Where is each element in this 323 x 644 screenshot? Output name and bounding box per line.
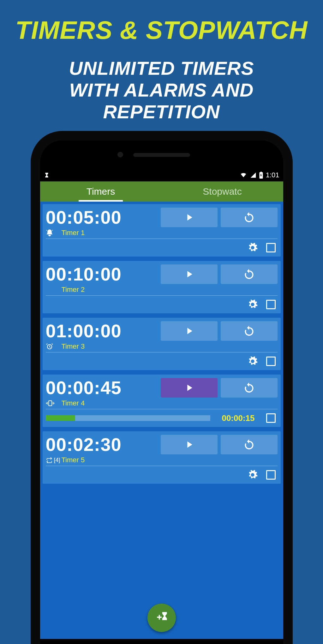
- timer-name[interactable]: Timer 3: [62, 342, 85, 351]
- timer-duration[interactable]: 00:00:45: [46, 377, 158, 398]
- tab-bar: Timers Stopwatc: [40, 181, 283, 202]
- timer-card: 01:00:00Timer 3: [43, 318, 281, 370]
- play-button[interactable]: [161, 435, 218, 454]
- settings-button[interactable]: [247, 470, 258, 480]
- play-icon: [184, 382, 194, 393]
- history-icon: [243, 268, 255, 281]
- reset-button[interactable]: [221, 378, 278, 398]
- add-timer-button[interactable]: [147, 604, 176, 632]
- timer-name[interactable]: Timer 2: [62, 286, 85, 294]
- wifi-icon: [239, 172, 248, 178]
- settings-button[interactable]: [247, 242, 258, 253]
- battery-icon: [259, 172, 263, 179]
- repeat-icon: [46, 457, 53, 463]
- timer-card: 00:02:30[4]Timer 5: [43, 431, 281, 484]
- history-icon: [243, 438, 255, 451]
- phone-frame: 1:01 Timers Stopwatc 00:05:00Timer 100:1…: [31, 131, 293, 644]
- hourglass-icon: [44, 172, 50, 178]
- promo-title: TIMERS & STOPWATCH: [0, 0, 323, 45]
- alarm-clock-icon: [46, 343, 53, 350]
- settings-button[interactable]: [247, 299, 258, 310]
- play-button[interactable]: [161, 208, 218, 227]
- timer-card: 00:10:00Timer 2: [43, 261, 281, 313]
- elapsed-time: 00:00:15: [222, 413, 254, 423]
- history-icon: [243, 211, 255, 224]
- bell-icon: [46, 229, 53, 237]
- play-button[interactable]: [161, 321, 218, 341]
- promo-subtitle: UNLIMITED TIMERS WITH ALARMS AND REPETIT…: [0, 57, 323, 123]
- tab-timers-label: Timers: [87, 186, 115, 197]
- reset-button[interactable]: [221, 435, 278, 454]
- status-time: 1:01: [266, 171, 279, 179]
- play-icon: [184, 439, 194, 450]
- reset-button[interactable]: [221, 208, 278, 227]
- select-checkbox[interactable]: [266, 470, 276, 480]
- timer-duration[interactable]: 00:10:00: [46, 263, 158, 285]
- progress-bar: [46, 415, 211, 421]
- tab-stopwatch[interactable]: Stopwatc: [162, 181, 283, 202]
- add-hourglass-icon: [155, 611, 169, 625]
- play-button[interactable]: [161, 378, 218, 398]
- timer-duration[interactable]: 00:05:00: [46, 207, 158, 228]
- status-bar: 1:01: [40, 169, 283, 181]
- play-icon: [184, 212, 194, 223]
- play-button[interactable]: [161, 264, 218, 284]
- app-screen: 1:01 Timers Stopwatc 00:05:00Timer 100:1…: [40, 169, 283, 639]
- timer-card: 00:05:00Timer 1: [43, 204, 281, 257]
- history-icon: [243, 381, 255, 394]
- svg-rect-1: [49, 401, 52, 406]
- play-icon: [184, 326, 194, 336]
- tab-timers[interactable]: Timers: [40, 181, 162, 202]
- repeat-count: [4]: [54, 457, 60, 464]
- play-icon: [184, 269, 194, 280]
- settings-button[interactable]: [247, 356, 258, 367]
- select-checkbox[interactable]: [266, 300, 276, 309]
- tab-stopwatch-label: Stopwatc: [203, 186, 242, 197]
- timer-list: 00:05:00Timer 100:10:00Timer 201:00:00Ti…: [40, 202, 283, 486]
- select-checkbox[interactable]: [266, 243, 276, 252]
- select-checkbox[interactable]: [266, 413, 276, 423]
- timer-name[interactable]: Timer 1: [62, 229, 85, 237]
- vibrate-icon: [46, 400, 55, 406]
- timer-name[interactable]: Timer 4: [62, 399, 85, 407]
- timer-duration[interactable]: 01:00:00: [46, 320, 158, 341]
- reset-button[interactable]: [221, 321, 278, 341]
- timer-name[interactable]: Timer 5: [62, 456, 85, 464]
- timer-duration[interactable]: 00:02:30: [46, 434, 158, 455]
- history-icon: [243, 325, 255, 337]
- timer-card: 00:00:45Timer 400:00:15: [43, 375, 281, 427]
- reset-button[interactable]: [221, 264, 278, 284]
- signal-icon: [250, 172, 256, 178]
- select-checkbox[interactable]: [266, 357, 276, 366]
